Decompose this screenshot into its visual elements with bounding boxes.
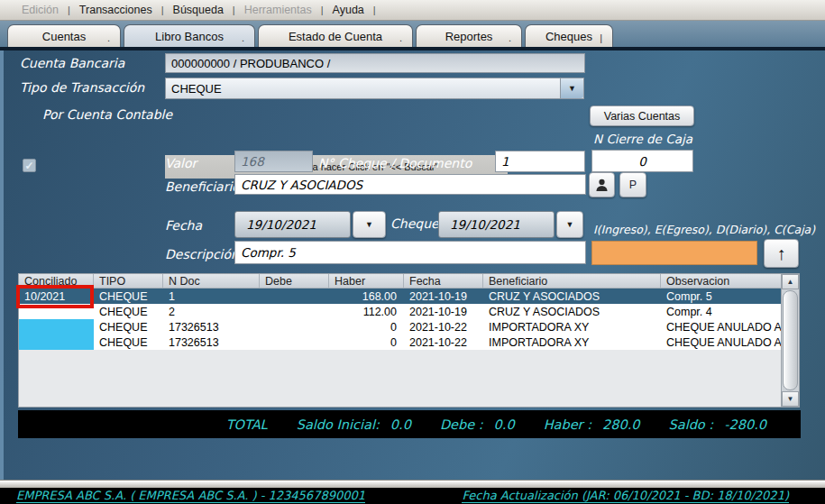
- varias-cuentas-button[interactable]: Varias Cuentas: [590, 105, 694, 126]
- menu-bar: Edición | Transacciones | Búsqueda | Her…: [0, 0, 825, 21]
- por-cuenta-contable-checkbox[interactable]: [23, 159, 36, 172]
- cell-observacion: CHEQUE ANULADO AN...: [661, 319, 782, 334]
- tab-label: Cheques: [545, 30, 592, 43]
- column-header-debe[interactable]: Debe: [260, 274, 329, 288]
- cell-observacion: Compr. 4: [661, 304, 782, 319]
- cell-conciliado: [19, 304, 94, 319]
- table-row[interactable]: CHEQUE 2 112.00 2021-10-19 CRUZ Y ASOCIA…: [19, 304, 799, 319]
- cell-haber: 112.00: [329, 304, 404, 319]
- n-cierre-caja-label: N Cierre de Caja: [593, 132, 692, 146]
- cell-tipo: CHEQUE: [94, 319, 163, 334]
- p-button[interactable]: P: [619, 172, 646, 197]
- cell-beneficiario: IMPORTADORA XY: [483, 319, 661, 334]
- person-lookup-button[interactable]: [589, 172, 615, 197]
- menu-item-ayuda[interactable]: Ayuda: [324, 4, 373, 16]
- haber-label: Haber :: [544, 417, 591, 432]
- menu-item-edicion: Edición: [13, 4, 68, 16]
- n-cierre-caja-field[interactable]: 0: [591, 150, 693, 172]
- menu-item-busqueda[interactable]: Búsqueda: [164, 4, 233, 16]
- tab-label: Libro Bancos: [155, 30, 224, 43]
- column-header-ndoc[interactable]: N Doc: [163, 274, 260, 288]
- cell-observacion: CHEQUE ANULADO AN...: [661, 334, 782, 350]
- table-vertical-scrollbar[interactable]: [781, 274, 799, 407]
- cell-ndoc: 17326513: [163, 334, 260, 350]
- tab-label: Cuentas: [42, 30, 86, 43]
- column-header-fecha[interactable]: Fecha: [404, 274, 483, 288]
- cell-haber: 168.00: [329, 289, 404, 304]
- tab-estado-de-cuenta[interactable]: Estado de Cuenta .: [258, 24, 413, 47]
- menu-item-transacciones[interactable]: Transacciones: [70, 4, 161, 16]
- cheque-fecha-dropdown-button[interactable]: [556, 211, 583, 238]
- transactions-table: Conciliado TIPO N Doc Debe Haber Fecha B…: [18, 273, 800, 408]
- scrollbar-thumb[interactable]: [783, 290, 798, 390]
- cell-ndoc: 1: [163, 289, 260, 304]
- column-header-beneficiario[interactable]: Beneficiario: [483, 274, 661, 288]
- scroll-down-icon[interactable]: [782, 391, 799, 407]
- status-bar: EMPRESA ABC S.A. ( EMPRESA ABC S.A. ) - …: [0, 488, 825, 504]
- table-row[interactable]: 10/2021 CHEQUE 1 168.00 2021-10-19 CRUZ …: [19, 289, 799, 304]
- tipo-transaccion-value: CHEQUE: [171, 82, 222, 96]
- cell-fecha: 2021-10-19: [404, 304, 483, 319]
- tab-mark: .: [509, 32, 511, 43]
- descripcion-field[interactable]: Compr. 5: [234, 241, 586, 264]
- tab-label: Estado de Cuenta: [289, 30, 382, 43]
- cuenta-bancaria-field[interactable]: 000000000 / PRODUBANCO /: [165, 53, 585, 73]
- saldo-total: Saldo : -280.0: [669, 417, 766, 432]
- chevron-down-icon[interactable]: [560, 78, 583, 98]
- tab-reportes[interactable]: Reportes .: [416, 24, 522, 47]
- cell-conciliado: 10/2021: [19, 289, 94, 304]
- cell-debe: [260, 319, 329, 334]
- totals-bar: TOTAL Saldo Inicial: 0.0 Debe : 0.0 Habe…: [18, 410, 801, 438]
- fecha-label: Fecha: [165, 218, 202, 233]
- saldo-value: -280.0: [724, 417, 766, 432]
- cell-beneficiario: CRUZ Y ASOCIADOS: [483, 304, 661, 319]
- n-cheque-documento-label: N° Cheque / Documento: [318, 156, 472, 170]
- total-label: TOTAL: [226, 417, 268, 432]
- cell-observacion: Compr. 5: [661, 289, 782, 304]
- column-header-conciliado[interactable]: Conciliado: [19, 274, 94, 288]
- cell-tipo: CHEQUE: [94, 334, 163, 350]
- cell-fecha: 2021-10-22: [404, 319, 483, 334]
- fecha-actualizacion-text: Fecha Actualización (JAR: 06/10/2021 - B…: [462, 489, 789, 503]
- beneficiario-field[interactable]: CRUZ Y ASOCIADOS: [234, 174, 586, 195]
- table-row[interactable]: CHEQUE 17326513 0 2021-10-22 IMPORTADORA…: [19, 319, 799, 334]
- saldo-inicial-value: 0.0: [390, 417, 411, 432]
- submit-arrow-up-button[interactable]: [764, 239, 799, 268]
- cell-debe: [260, 289, 329, 304]
- tab-label: Reportes: [445, 30, 493, 43]
- tipo-transaccion-select[interactable]: CHEQUE: [165, 78, 584, 99]
- tab-cuentas[interactable]: Cuentas .: [7, 24, 121, 47]
- saldo-inicial-label: Saldo Inicial:: [297, 417, 380, 432]
- fecha-dropdown-button[interactable]: [353, 211, 386, 238]
- cell-ndoc: 17326513: [163, 319, 260, 334]
- table-row[interactable]: CHEQUE 17326513 0 2021-10-22 IMPORTADORA…: [19, 334, 799, 350]
- column-header-observacion[interactable]: Observacion: [661, 274, 782, 288]
- scroll-up-icon[interactable]: [782, 274, 799, 289]
- debe-value: 0.0: [494, 417, 515, 432]
- cell-debe: [260, 304, 329, 319]
- cell-ndoc: 2: [163, 304, 260, 319]
- tipo-transaccion-label: Tipo de Transacción: [20, 80, 144, 95]
- tab-cheques[interactable]: Cheques |: [525, 24, 613, 47]
- tab-libro-bancos[interactable]: Libro Bancos .: [124, 24, 255, 47]
- column-header-haber[interactable]: Haber: [329, 274, 404, 288]
- fecha-field[interactable]: 19/10/2021: [234, 211, 351, 238]
- haber-total: Haber : 280.0: [544, 417, 640, 432]
- menu-item-herramientas: Herramientas: [235, 4, 321, 16]
- n-cheque-documento-field[interactable]: 1: [495, 151, 585, 172]
- valor-field: 168: [234, 151, 313, 172]
- saldo-label: Saldo :: [669, 417, 714, 432]
- haber-value: 280.0: [602, 417, 640, 432]
- cell-debe: [260, 334, 329, 350]
- tab-mark: .: [399, 32, 402, 43]
- saldo-inicial-total: Saldo Inicial: 0.0: [297, 417, 411, 432]
- menu-separator: |: [373, 5, 376, 15]
- descripcion-label: Descripción: [165, 247, 239, 261]
- cuenta-bancaria-label: Cuenta Bancaria: [20, 56, 124, 70]
- tab-mark: |: [600, 32, 602, 43]
- cheque-fecha-field[interactable]: 19/10/2021: [438, 211, 555, 238]
- person-icon: [594, 178, 610, 193]
- bottom-divider: [0, 480, 825, 488]
- tipo-codigo-field[interactable]: [591, 241, 757, 265]
- column-header-tipo[interactable]: TIPO: [94, 274, 163, 288]
